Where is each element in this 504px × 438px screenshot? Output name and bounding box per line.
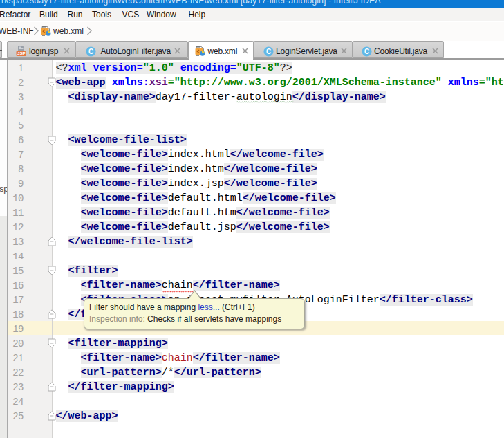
svg-text:C: C [88, 48, 93, 55]
svg-text:C: C [266, 48, 271, 55]
svg-text:JSP: JSP [17, 51, 26, 55]
svg-text:C: C [364, 48, 369, 55]
